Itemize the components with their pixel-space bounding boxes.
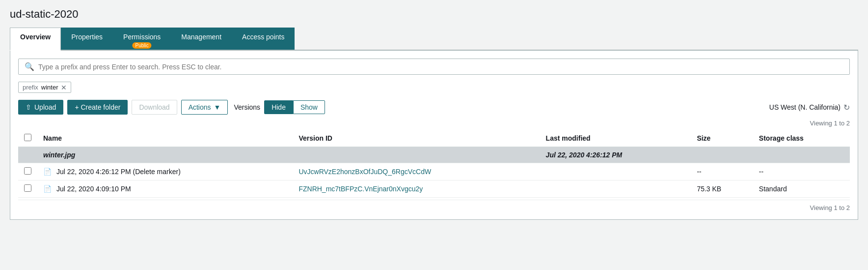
tabs-bar: Overview Properties Permissions Public M… — [10, 28, 858, 51]
tag-prefix-label: prefix — [23, 84, 38, 91]
content-area: 🔍 prefix winter ✕ ⇧ Upload + Create fold… — [10, 51, 858, 220]
filter-tags-area: prefix winter ✕ — [18, 82, 850, 93]
tab-permissions[interactable]: Permissions Public — [113, 28, 171, 50]
row2-version-id: FZNRH_mc7tBFPzC.VnEjnar0nXvgcu2y — [293, 180, 540, 198]
group-row-name: winter.jpg — [37, 147, 293, 163]
table-header-row: Name Version ID Last modified Size Stora… — [18, 130, 850, 147]
actions-button[interactable]: Actions ▼ — [181, 100, 228, 115]
group-row-last-modified: Jul 22, 2020 4:26:12 PM — [540, 147, 691, 163]
upload-icon: ⇧ — [26, 103, 31, 111]
tag-close-button[interactable]: ✕ — [61, 84, 67, 91]
col-checkbox — [18, 130, 37, 147]
toolbar: ⇧ Upload + Create folder Download Action… — [18, 100, 850, 115]
viewing-count-bottom: Viewing 1 to 2 — [18, 200, 850, 211]
row2-name: 📄 Jul 22, 2020 4:09:10 PM — [37, 180, 293, 198]
col-version-id: Version ID — [293, 130, 540, 147]
row1-version-id: UvJcwRVzE2honzBxOfJuDQ_6RgcVcCdW — [293, 163, 540, 180]
group-row-checkbox-cell — [18, 147, 37, 163]
row1-storage-class: -- — [753, 163, 850, 180]
row2-size: 75.3 KB — [691, 180, 753, 198]
col-last-modified: Last modified — [540, 130, 691, 147]
filter-tag-winter: prefix winter ✕ — [18, 82, 71, 93]
tag-value: winter — [41, 84, 58, 91]
version-toggle-group: Hide Show — [264, 100, 325, 114]
show-versions-button[interactable]: Show — [293, 100, 325, 114]
hide-versions-button[interactable]: Hide — [264, 100, 293, 114]
search-icon: 🔍 — [25, 62, 34, 71]
page-title: ud-static-2020 — [10, 8, 858, 21]
row1-version-id-link[interactable]: UvJcwRVzE2honzBxOfJuDQ_6RgcVcCdW — [298, 168, 431, 176]
upload-button[interactable]: ⇧ Upload — [18, 100, 63, 115]
region-info: US West (N. California) ↻ — [769, 103, 850, 112]
region-text: US West (N. California) — [769, 103, 841, 111]
chevron-down-icon: ▼ — [214, 103, 221, 111]
refresh-icon[interactable]: ↻ — [843, 103, 850, 112]
group-row-winter: winter.jpg Jul 22, 2020 4:26:12 PM — [18, 147, 850, 163]
col-size: Size — [691, 130, 753, 147]
download-button[interactable]: Download — [132, 100, 177, 115]
select-all-checkbox[interactable] — [24, 134, 31, 141]
row2-checkbox-cell — [18, 180, 37, 198]
col-storage-class: Storage class — [753, 130, 850, 147]
table-row: 📄 Jul 22, 2020 4:26:12 PM (Delete marker… — [18, 163, 850, 180]
search-bar: 🔍 — [18, 59, 850, 75]
viewing-count-top: Viewing 1 to 2 — [18, 120, 850, 127]
create-folder-button[interactable]: + Create folder — [67, 100, 128, 115]
row1-name: 📄 Jul 22, 2020 4:26:12 PM (Delete marker… — [37, 163, 293, 180]
versions-label: Versions — [234, 103, 260, 111]
group-row-storage-class — [753, 147, 850, 163]
file-icon: 📄 — [43, 168, 52, 176]
row2-checkbox[interactable] — [24, 184, 31, 192]
tab-management[interactable]: Management — [171, 28, 232, 50]
search-input[interactable] — [38, 63, 843, 71]
row2-last-modified — [540, 180, 691, 198]
tab-properties[interactable]: Properties — [61, 28, 113, 50]
table-row: 📄 Jul 22, 2020 4:09:10 PM FZNRH_mc7tBFPz… — [18, 180, 850, 198]
permissions-badge: Public — [133, 42, 152, 49]
group-row-version-id — [293, 147, 540, 163]
row1-size: -- — [691, 163, 753, 180]
row2-version-id-link[interactable]: FZNRH_mc7tBFPzC.VnEjnar0nXvgcu2y — [298, 185, 423, 193]
tab-overview[interactable]: Overview — [10, 28, 61, 51]
row1-checkbox[interactable] — [24, 167, 31, 175]
col-name: Name — [37, 130, 293, 147]
row2-storage-class: Standard — [753, 180, 850, 198]
file-icon: 📄 — [43, 185, 52, 193]
row1-checkbox-cell — [18, 163, 37, 180]
files-table: Name Version ID Last modified Size Stora… — [18, 130, 850, 198]
row1-last-modified — [540, 163, 691, 180]
tab-access-points[interactable]: Access points — [232, 28, 295, 50]
group-row-size — [691, 147, 753, 163]
